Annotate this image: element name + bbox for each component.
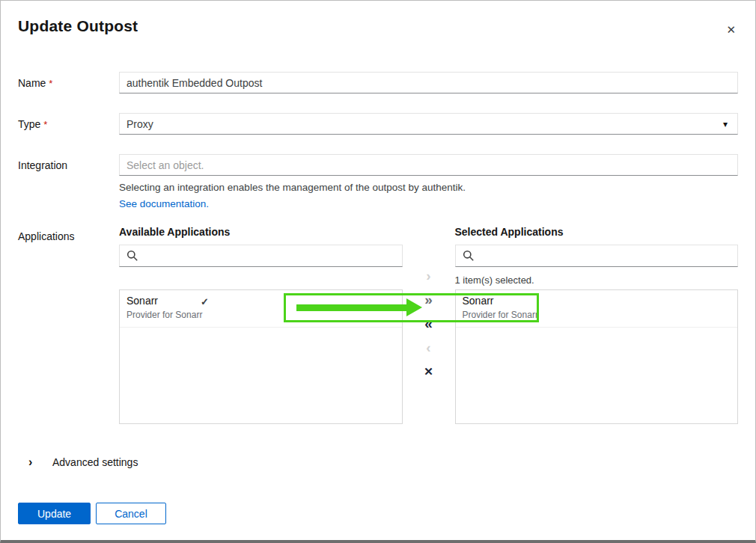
selected-listbox[interactable]: Sonarr Provider for Sonarr (455, 289, 739, 424)
outpost-form: Name* Type* Proxy ▾ Integration Selectin… (1, 72, 755, 424)
applications-row: Applications Available Applications (18, 225, 738, 424)
available-listbox[interactable]: Sonarr Provider for Sonarr ✓ (119, 289, 403, 424)
search-icon (126, 250, 138, 262)
cancel-button[interactable]: Cancel (96, 503, 166, 524)
application-name: Sonarr (126, 295, 395, 307)
available-search-input[interactable] (119, 245, 403, 267)
add-selected-button[interactable]: › (426, 269, 430, 283)
list-item[interactable]: Sonarr Provider for Sonarr (456, 290, 738, 328)
application-name: Sonarr (463, 295, 731, 307)
required-marker: * (43, 119, 47, 130)
selected-search-input[interactable] (455, 245, 739, 267)
integration-field[interactable] (119, 154, 738, 176)
dialog-header: Update Outpost ✕ (1, 1, 755, 37)
dialog-footer: Update Cancel (18, 503, 166, 524)
close-icon[interactable]: ✕ (725, 22, 737, 37)
dialog-title: Update Outpost (18, 17, 138, 35)
integration-helper-text: Selecting an integration enables the man… (119, 182, 738, 193)
update-outpost-dialog: Update Outpost ✕ Name* Type* Proxy ▾ Int… (0, 0, 756, 543)
dual-list-selector: Available Applications (119, 225, 738, 424)
check-icon: ✓ (201, 296, 209, 307)
application-description: Provider for Sonarr (126, 310, 395, 320)
type-row: Type* Proxy ▾ (18, 113, 738, 135)
advanced-settings-toggle[interactable]: › Advanced settings (1, 455, 755, 469)
required-marker: * (49, 78, 52, 89)
type-label: Type* (18, 113, 119, 135)
available-pane: Available Applications (119, 225, 403, 424)
application-description: Provider for Sonarr (463, 310, 731, 320)
list-item[interactable]: Sonarr Provider for Sonarr ✓ (120, 290, 402, 328)
delete-all-button[interactable]: ✕ (424, 364, 433, 379)
selected-pane: Selected Applications 1 item(s) selected… (455, 225, 739, 424)
integration-label: Integration (18, 154, 119, 210)
chevron-right-icon: › (28, 455, 42, 469)
available-pane-title: Available Applications (119, 225, 403, 239)
available-search (119, 245, 403, 267)
selected-pane-title: Selected Applications (455, 225, 739, 239)
available-status (119, 270, 403, 289)
selected-status: 1 item(s) selected. (455, 270, 739, 289)
update-button[interactable]: Update (18, 503, 91, 524)
search-icon (463, 250, 475, 262)
remove-selected-button[interactable]: ‹ (426, 340, 430, 355)
advanced-settings-label: Advanced settings (52, 455, 138, 469)
type-select[interactable]: Proxy ▾ (119, 113, 738, 135)
name-field[interactable] (119, 72, 738, 93)
selected-search (455, 245, 739, 267)
remove-all-button[interactable]: « (424, 316, 433, 331)
integration-row: Integration Selecting an integration ena… (18, 154, 738, 210)
name-label: Name* (18, 72, 119, 93)
name-row: Name* (18, 72, 738, 93)
documentation-link[interactable]: See documentation. (119, 198, 209, 209)
type-select-value: Proxy (126, 118, 153, 130)
dual-list-controls: › » « ‹ ✕ (403, 225, 455, 424)
chevron-down-icon: ▾ (723, 119, 728, 129)
add-all-button[interactable]: » (424, 292, 433, 307)
applications-label: Applications (18, 225, 119, 424)
